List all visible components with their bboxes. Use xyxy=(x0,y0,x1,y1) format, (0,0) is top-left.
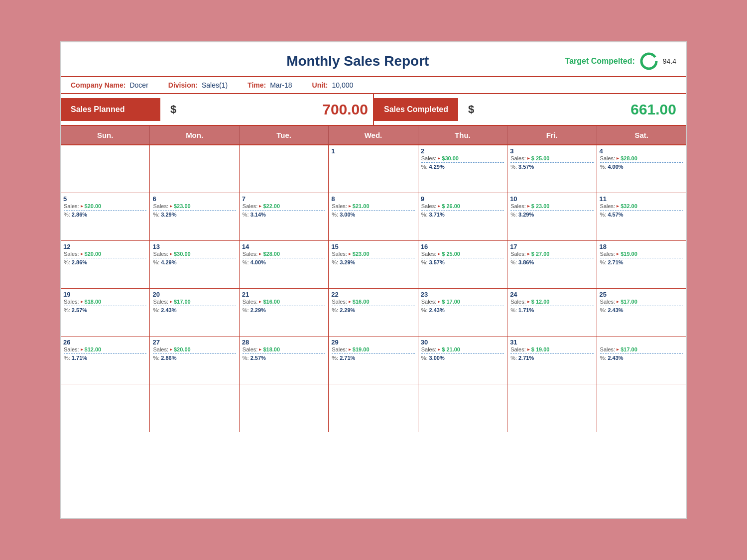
pct-text: %: xyxy=(600,164,607,170)
day-number: 24 xyxy=(510,291,517,298)
sales-value: $12.00 xyxy=(85,346,102,352)
sales-text: Sales: xyxy=(600,346,616,352)
sales-value: $17.00 xyxy=(621,346,637,352)
calendar-day: 6Sales: ▸ $23.00%: 3.29% xyxy=(150,193,239,240)
info-row: Company Name: Docer Division: Sales(1) T… xyxy=(61,77,686,94)
day-header: Sun. xyxy=(61,126,150,144)
company-label: Company Name: xyxy=(71,81,125,89)
sales-line: Sales: ▸ $19.00 xyxy=(332,346,414,352)
arrow-icon: ▸ xyxy=(438,251,440,256)
pct-text: %: xyxy=(332,259,338,265)
day-number: 23 xyxy=(421,291,428,298)
sales-text: Sales: xyxy=(510,203,526,209)
pct-value: 4.29% xyxy=(161,259,176,265)
sales-value: $23.00 xyxy=(174,203,191,209)
pct-text: %: xyxy=(153,212,159,218)
arrow-icon: ▸ xyxy=(170,251,172,256)
pct-text: %: xyxy=(600,212,607,218)
calendar-day xyxy=(418,384,507,432)
calendar-day: Sales: ▸ $17.00%: 2.43% xyxy=(597,336,686,384)
calendar-day: 26Sales: ▸ $12.00%: 1.71% xyxy=(61,336,150,384)
day-number: 16 xyxy=(421,243,428,250)
arrow-icon: ▸ xyxy=(170,299,172,304)
pct-value: 3.29% xyxy=(340,259,355,265)
sales-value: $ 17.00 xyxy=(442,299,460,305)
pct-line: %: 3.71% xyxy=(421,212,504,218)
day-number: 1 xyxy=(331,147,335,155)
calendar-day: 1 xyxy=(329,145,418,193)
pct-text: %: xyxy=(64,212,70,218)
sales-value: $19.00 xyxy=(621,251,637,257)
sales-value: $18.00 xyxy=(263,346,280,352)
pct-value: 2.71% xyxy=(518,355,534,361)
day-number: 28 xyxy=(242,338,249,346)
sales-line: Sales: ▸ $23.00 xyxy=(332,251,414,257)
calendar-day xyxy=(329,384,418,432)
calendar-day: 4Sales: ▸ $28.00%: 4.00% xyxy=(597,145,686,193)
sales-planned-amount: 700.00 xyxy=(181,94,373,125)
pct-value: 4.00% xyxy=(250,259,266,265)
day-header: Sat. xyxy=(597,126,686,144)
pct-value: 3.71% xyxy=(429,212,445,218)
report-header: Monthly Sales Report Target Compelted: 9… xyxy=(61,42,686,77)
sales-value: $28.00 xyxy=(263,251,280,257)
pct-text: %: xyxy=(510,259,517,265)
pct-value: 2.57% xyxy=(250,355,266,361)
sales-value: $ 25.00 xyxy=(442,251,460,257)
sales-line: Sales: ▸ $17.00 xyxy=(600,346,683,352)
pct-line: %: 4.00% xyxy=(243,259,325,265)
day-number: 20 xyxy=(152,291,159,298)
sales-value: $32.00 xyxy=(621,203,637,209)
arrow-icon: ▸ xyxy=(438,346,440,352)
pct-value: 2.29% xyxy=(340,307,355,313)
pct-line: %: 2.43% xyxy=(600,355,683,361)
sales-line: Sales: ▸ $17.00 xyxy=(600,299,683,305)
sales-text: Sales: xyxy=(243,251,258,257)
arrow-icon: ▸ xyxy=(527,299,530,304)
pct-line: %: 3.57% xyxy=(421,259,504,265)
pct-value: 3.14% xyxy=(250,212,266,218)
arrow-icon: ▸ xyxy=(527,251,530,256)
sales-completed-section: Sales Completed $ 661.00 xyxy=(374,94,686,125)
target-area: Target Compelted: 94.4 xyxy=(565,51,676,71)
sales-value: $21.00 xyxy=(353,203,370,209)
pct-text: %: xyxy=(600,307,607,313)
pct-value: 2.71% xyxy=(608,259,623,265)
pct-text: %: xyxy=(243,212,249,218)
pct-line: %: 2.71% xyxy=(600,259,683,265)
sales-text: Sales: xyxy=(332,251,347,257)
division-value: Sales(1) xyxy=(202,81,228,89)
arrow-icon: ▸ xyxy=(170,346,172,352)
sales-line: Sales: ▸ $30.00 xyxy=(421,155,504,161)
arrow-icon: ▸ xyxy=(617,203,619,209)
sales-value: $ 19.00 xyxy=(531,346,550,352)
day-number: 13 xyxy=(152,243,159,250)
sales-planned-section: Sales Planned $ 700.00 xyxy=(61,94,374,125)
calendar-day: 11Sales: ▸ $32.00%: 4.57% xyxy=(597,193,686,240)
sales-value: $19.00 xyxy=(353,346,370,352)
sales-value: $20.00 xyxy=(174,346,191,352)
day-number: 31 xyxy=(510,338,517,346)
pct-line: %: 2.29% xyxy=(332,307,414,313)
sales-text: Sales: xyxy=(421,251,437,257)
sales-value: $20.00 xyxy=(85,203,102,209)
day-headers: Sun.Mon.Tue.Wed.Thu.Fri.Sat. xyxy=(61,126,686,145)
sales-text: Sales: xyxy=(421,346,437,352)
calendar-day: 24Sales: ▸ $ 12.00%: 1.71% xyxy=(507,289,597,336)
sales-line: Sales: ▸ $28.00 xyxy=(243,251,325,257)
sales-line: Sales: ▸ $20.00 xyxy=(64,251,146,257)
calendar-day: 21Sales: ▸ $16.00%: 2.29% xyxy=(240,289,329,336)
calendar-day: 15Sales: ▸ $23.00%: 3.29% xyxy=(329,241,418,288)
pct-line: %: 2.29% xyxy=(243,307,325,313)
report-title: Monthly Sales Report xyxy=(150,53,565,69)
sales-completed-dollar: $ xyxy=(458,96,479,123)
day-number: 5 xyxy=(63,195,67,203)
arrow-icon: ▸ xyxy=(617,251,619,256)
arrow-icon: ▸ xyxy=(527,346,530,352)
pct-text: %: xyxy=(243,355,249,361)
pct-line: %: 2.86% xyxy=(153,355,236,361)
calendar-week: 5Sales: ▸ $20.00%: 2.86%6Sales: ▸ $23.00… xyxy=(61,193,686,241)
day-number: 26 xyxy=(63,338,70,346)
day-number: 2 xyxy=(421,147,424,155)
sales-line: Sales: ▸ $ 17.00 xyxy=(421,299,504,305)
